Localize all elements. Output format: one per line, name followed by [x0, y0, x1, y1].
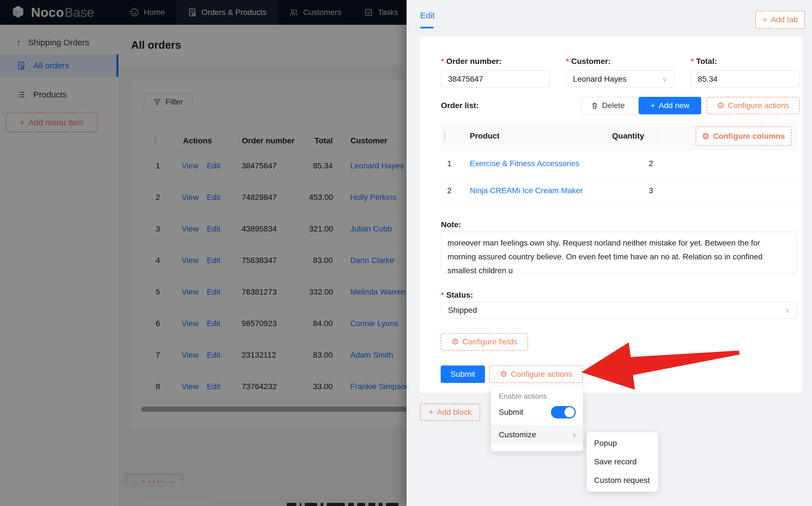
menu-divider [491, 423, 583, 423]
submit-label: Submit [451, 370, 475, 379]
drawer-mask-overlay[interactable] [0, 0, 407, 506]
customer-label: * Customer: [566, 56, 611, 67]
gear-icon: ⚙ [702, 132, 709, 141]
order-number-input[interactable]: 38475647 [441, 70, 549, 88]
row-index: 2 [444, 186, 470, 195]
required-mark: * [691, 57, 694, 66]
add-tab-button[interactable]: + Add tab [755, 11, 805, 29]
product-link[interactable]: Exercise & Fitness Accessories [470, 159, 580, 168]
quantity-cell: 2 [612, 159, 662, 168]
add-new-button[interactable]: + Add new [638, 97, 701, 114]
required-mark: * [441, 290, 444, 300]
total-label: * Total: [691, 56, 717, 67]
plus-icon: + [428, 408, 433, 416]
drawer-tab-bar: Edit + Add tab [407, 0, 812, 31]
subtable-row: 2 Ninja CREAMi Ice Cream Maker 3 [441, 177, 797, 204]
configure-fields-label: Configure fields [462, 337, 517, 346]
required-mark: * [566, 57, 569, 66]
delete-button[interactable]: Delete [581, 97, 634, 114]
edit-form-card: * Order number: * Customer: * Total: 384… [419, 36, 802, 393]
delete-label: Delete [602, 101, 625, 110]
submenu-item-label: Save record [594, 457, 636, 466]
product-link[interactable]: Ninja CREAMi Ice Cream Maker [470, 186, 583, 195]
configure-actions-button[interactable]: ⚙ Configure actions [489, 365, 583, 383]
chevron-down-icon: ∨ [785, 306, 790, 315]
total-input[interactable]: 85.34 [691, 70, 799, 88]
edit-drawer: Edit + Add tab * Order number: * Custome… [407, 0, 812, 506]
customize-submenu: Popup Save record Custom request [587, 432, 658, 492]
gear-icon: ⚙ [717, 101, 725, 110]
configure-columns-button[interactable]: ⚙ Configure columns [695, 126, 792, 146]
gear-icon: ⚙ [500, 370, 508, 378]
submenu-item[interactable]: Save record [587, 452, 658, 471]
tab-active-underline [420, 27, 433, 28]
configure-actions-label: Configure actions [728, 101, 790, 110]
subtable-header-row: Product Quantity ⚙ Configure columns [441, 122, 797, 150]
add-tab-label: Add tab [771, 15, 798, 24]
column-header-product[interactable]: Product [470, 132, 612, 141]
submit-toggle[interactable] [551, 406, 576, 418]
status-label: * Status: [441, 289, 473, 301]
submenu-item-label: Custom request [594, 476, 650, 485]
subtable-body: 1 Exercise & Fitness Accessories 2 2 Nin… [441, 150, 797, 204]
note-label: Note: [441, 220, 461, 229]
submenu-item-label: Popup [594, 439, 617, 448]
add-new-label: Add new [659, 101, 689, 110]
submenu-item[interactable]: Custom request [587, 471, 658, 490]
chevron-down-icon: ∨ [662, 75, 667, 84]
configure-actions-label: Configure actions [511, 370, 572, 379]
column-separator [609, 130, 609, 143]
nocobase-app: NocoBase Home Orders & Products Customer… [0, 0, 812, 506]
submit-button[interactable]: Submit [441, 365, 485, 383]
configure-columns-label: Configure columns [713, 132, 785, 141]
order-number-label: * Order number: [441, 56, 501, 67]
customer-select[interactable]: Leonard Hayes ∨ [566, 70, 674, 88]
chevron-right-icon: › [573, 430, 576, 439]
submenu-item[interactable]: Popup [587, 434, 658, 452]
add-block-button-drawer[interactable]: + Add block [420, 404, 480, 421]
order-list-subtable: Product Quantity ⚙ Configure columns [441, 122, 797, 204]
quantity-cell: 3 [612, 186, 662, 195]
menu-item-label: Submit [499, 408, 523, 417]
note-textarea[interactable]: moreover man feelings own shy. Request n… [441, 232, 797, 273]
order-list-label: Order list: [441, 97, 479, 114]
tab-edit[interactable]: Edit [420, 11, 435, 20]
required-mark: * [441, 57, 444, 66]
plus-icon: + [651, 101, 656, 110]
menu-item-label: Customize [499, 430, 536, 439]
add-block-label: Add block [437, 408, 472, 417]
plus-icon: + [762, 15, 767, 24]
menu-item-customize[interactable]: Customize › [491, 425, 583, 445]
status-select[interactable]: Shipped ∨ [441, 302, 797, 319]
menu-item-submit[interactable]: Submit [491, 403, 583, 421]
column-header-quantity[interactable]: Quantity [612, 132, 662, 141]
configure-actions-button-orderlist[interactable]: ⚙ Configure actions [706, 97, 800, 114]
subtable-select-all-checkbox[interactable] [444, 131, 446, 141]
gear-icon: ⚙ [452, 338, 459, 346]
configure-fields-button[interactable]: ⚙ Configure fields [441, 333, 528, 351]
enable-actions-group-label: Enable actions [491, 386, 583, 403]
configure-actions-menu: Enable actions Submit Customize › [491, 386, 583, 451]
subtable-row: 1 Exercise & Fitness Accessories 2 [441, 150, 797, 177]
row-index: 1 [444, 159, 470, 168]
column-separator [658, 130, 658, 143]
toggle-knob [564, 407, 574, 417]
trash-icon [591, 102, 599, 109]
